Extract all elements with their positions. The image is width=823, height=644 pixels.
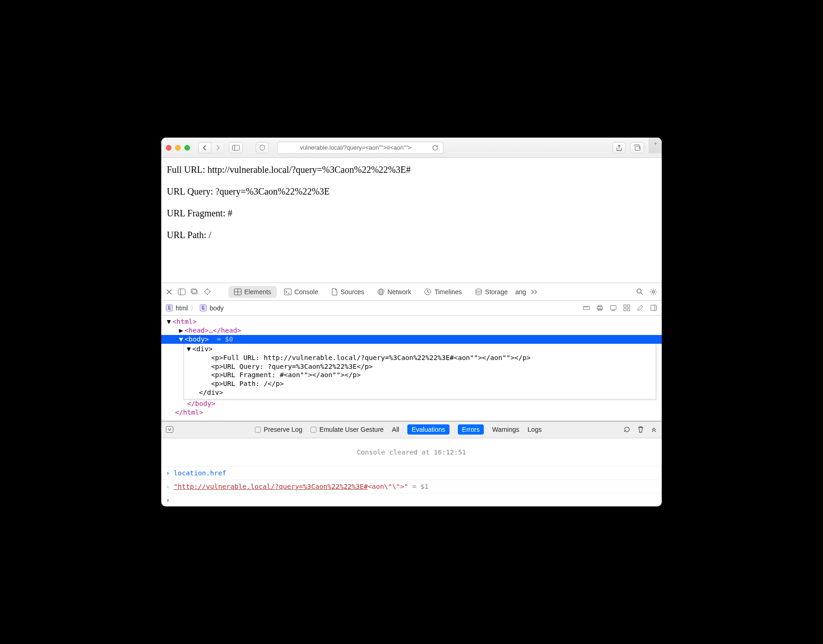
svg-point-22 [652, 290, 655, 293]
console-icon [284, 289, 291, 295]
console-prompt-row[interactable]: › [161, 493, 662, 506]
sources-icon [331, 288, 338, 296]
grid-icon[interactable] [623, 304, 630, 311]
tab-console[interactable]: Console [279, 286, 323, 298]
prompt-in-icon: › [166, 469, 170, 477]
dom-p1: <p>Full URL: http://vulnerable.local/?qu… [211, 354, 531, 361]
pencil-icon[interactable] [637, 304, 644, 311]
tab-elements[interactable]: Elements [228, 286, 277, 298]
dom-head[interactable]: <head>…</head> [184, 327, 241, 334]
dock-left-icon[interactable] [178, 289, 185, 295]
console-output-row[interactable]: ‹ "http://vulnerable.local/?query=%3Caon… [161, 480, 662, 493]
element-badge-icon: E [166, 304, 173, 311]
tab-timelines[interactable]: Timelines [418, 286, 467, 298]
gear-icon[interactable] [650, 288, 657, 296]
storage-icon [475, 288, 482, 296]
svg-rect-33 [651, 305, 657, 311]
preserve-log-checkbox[interactable]: Preserve Log [255, 426, 302, 433]
element-badge-icon: E [200, 304, 207, 311]
forward-button[interactable] [211, 142, 224, 153]
nav-buttons [198, 142, 224, 153]
dock-detach-icon[interactable] [191, 289, 198, 295]
dropdown-icon[interactable] [166, 426, 173, 433]
svg-rect-27 [611, 306, 616, 310]
filter-warnings[interactable]: Warnings [492, 426, 519, 433]
dom-tree[interactable]: ▼<html> ▶<head>…</head> ▼<body> = $0 ▼<d… [161, 316, 662, 421]
sidebar-icon [232, 145, 240, 151]
close-icon[interactable] [166, 289, 172, 295]
refresh-icon[interactable] [623, 426, 631, 433]
chevron-right-icon [215, 145, 220, 151]
console-cleared-msg: Console cleared at 16:12:51 [161, 438, 662, 467]
svg-line-21 [641, 293, 643, 295]
close-window-button[interactable] [166, 145, 171, 151]
trash-icon[interactable] [637, 426, 644, 433]
print-icon[interactable] [596, 304, 603, 311]
url-fragment-text: URL Fragment: # [167, 208, 656, 219]
screen-icon[interactable] [610, 304, 617, 311]
dom-div-contents[interactable]: ▼<div> <p>Full URL: http://vulnerable.lo… [184, 344, 656, 399]
console-output: Console cleared at 16:12:51 › location.h… [161, 438, 662, 506]
filter-logs[interactable]: Logs [528, 426, 542, 433]
url-path-text: URL Path: / [167, 230, 656, 240]
dom-breadcrumb: E html 〉 E body [161, 301, 662, 316]
filter-evaluations[interactable]: Evaluations [407, 424, 449, 435]
browser-toolbar: vulnerable.local/?query=<aon"">#<aon""> … [161, 138, 662, 158]
search-icon[interactable] [636, 288, 643, 295]
prompt-out-icon: ‹ [166, 483, 170, 490]
prompt-in-icon: › [166, 496, 170, 504]
chevron-left-icon [203, 145, 207, 151]
chevron-up-double-icon[interactable] [651, 426, 657, 433]
svg-point-19 [476, 289, 481, 291]
svg-point-20 [637, 289, 641, 293]
shield-icon [259, 145, 266, 151]
address-bar[interactable]: vulnerable.local/?query=<aon"">#<aon""> [277, 142, 443, 154]
svg-rect-3 [178, 289, 185, 295]
emulate-gesture-checkbox[interactable]: Emulate User Gesture [310, 426, 384, 433]
page-content: Full URL: http://vulnerable.local/?query… [161, 158, 662, 283]
target-icon[interactable] [204, 288, 211, 295]
dom-p2: <p>URL Query: ?query=%3Caon%22%22%3E</p> [211, 363, 373, 370]
filter-errors[interactable]: Errors [458, 424, 484, 435]
tab-more[interactable] [528, 287, 542, 297]
share-button[interactable] [613, 142, 626, 153]
devtools-tabs: Elements Console Sources Network Timelin… [161, 283, 662, 301]
console-input-row[interactable]: › location.href [161, 467, 662, 480]
new-tab-button[interactable]: + [649, 138, 662, 153]
safari-window: vulnerable.local/?query=<aon"">#<aon""> … [161, 138, 662, 506]
privacy-report-button[interactable] [256, 142, 269, 153]
svg-rect-31 [624, 309, 626, 311]
share-icon [616, 145, 622, 151]
svg-rect-0 [233, 145, 240, 150]
zoom-window-button[interactable] [184, 145, 190, 151]
reload-icon[interactable] [432, 145, 438, 151]
sidebar-button[interactable] [229, 142, 243, 153]
dom-p4: <p>URL Path: /</p> [211, 380, 284, 387]
back-button[interactable] [198, 142, 211, 153]
svg-rect-32 [627, 309, 630, 311]
breadcrumb-body[interactable]: body [209, 304, 223, 312]
dom-html-close: </html> [175, 409, 203, 416]
panel-icon[interactable] [650, 304, 657, 311]
tab-storage[interactable]: Storage [469, 286, 513, 298]
elements-icon [234, 289, 241, 295]
console-filter-bar: Preserve Log Emulate User Gesture All Ev… [161, 422, 662, 438]
chevron-double-right-icon [531, 289, 539, 295]
minimize-window-button[interactable] [175, 145, 181, 151]
svg-rect-30 [627, 305, 630, 307]
network-icon [377, 288, 385, 296]
svg-rect-35 [166, 427, 173, 433]
address-url: vulnerable.local/?query=<aon"">#<aon""> [282, 144, 429, 151]
tab-network[interactable]: Network [372, 286, 417, 298]
dom-p3: <p>URL Fragment: #<aon""></aon""></p> [211, 371, 361, 379]
tabs-button[interactable] [630, 142, 644, 153]
breadcrumb-html[interactable]: html [176, 304, 188, 312]
svg-rect-25 [598, 305, 601, 307]
dom-body-selected[interactable]: ▼<body> = $0 [161, 335, 662, 344]
tab-sources[interactable]: Sources [326, 286, 370, 298]
tabs-icon [633, 145, 641, 151]
ruler-icon[interactable] [583, 304, 590, 311]
dom-html-open[interactable]: <html> [172, 318, 196, 325]
dom-body-close: </body> [187, 400, 215, 407]
filter-all[interactable]: All [392, 426, 399, 433]
